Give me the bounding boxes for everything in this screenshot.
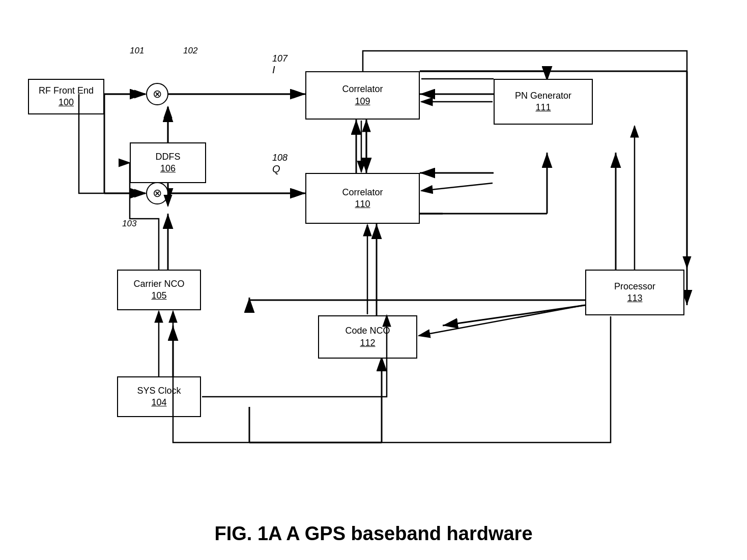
correlator-i-num: 109: [355, 96, 370, 107]
code-nco-label: Code NCO: [345, 325, 390, 337]
correlator-q-num: 110: [355, 198, 370, 210]
sys-clock-num: 104: [151, 397, 166, 408]
correlator-i-block: Correlator 109: [305, 71, 420, 120]
figure-caption: FIG. 1A A GPS baseband hardware: [0, 523, 747, 545]
ref-101: 101: [130, 46, 144, 56]
diagram: RF Front End 100 ⊗ ⊗ DDFS 106 Carrier NC…: [0, 0, 747, 483]
carrier-nco-num: 105: [151, 290, 166, 302]
signal-q-label: 108 Q: [272, 153, 288, 175]
rf-front-end-block: RF Front End 100: [28, 79, 104, 114]
sys-clock-block: SYS Clock 104: [117, 376, 201, 417]
pn-generator-block: PN Generator 111: [494, 79, 593, 125]
sys-clock-label: SYS Clock: [137, 385, 181, 397]
pn-generator-label: PN Generator: [515, 90, 571, 102]
processor-block: Processor 113: [585, 270, 684, 315]
multiplier-2: ⊗: [146, 182, 168, 204]
code-nco-num: 112: [360, 337, 375, 349]
carrier-nco-block: Carrier NCO 105: [117, 270, 201, 310]
rf-front-end-num: 100: [59, 97, 74, 108]
correlator-q-block: Correlator 110: [305, 173, 420, 224]
pn-generator-num: 111: [535, 102, 551, 113]
ref-102: 102: [183, 46, 197, 56]
carrier-nco-label: Carrier NCO: [133, 278, 184, 290]
processor-num: 113: [627, 292, 642, 304]
ddfs-num: 106: [160, 163, 176, 174]
signal-i-label: 107 I: [272, 53, 288, 76]
ddfs-label: DDFS: [156, 151, 181, 163]
code-nco-block: Code NCO 112: [318, 315, 417, 359]
ddfs-block: DDFS 106: [130, 142, 206, 183]
correlator-i-label: Correlator: [342, 83, 383, 95]
multiplier-1: ⊗: [146, 83, 168, 105]
ref-103: 103: [122, 219, 136, 229]
svg-line-22: [443, 305, 585, 326]
correlator-q-label: Correlator: [342, 187, 383, 198]
processor-label: Processor: [614, 281, 655, 292]
rf-front-end-label: RF Front End: [39, 85, 94, 97]
